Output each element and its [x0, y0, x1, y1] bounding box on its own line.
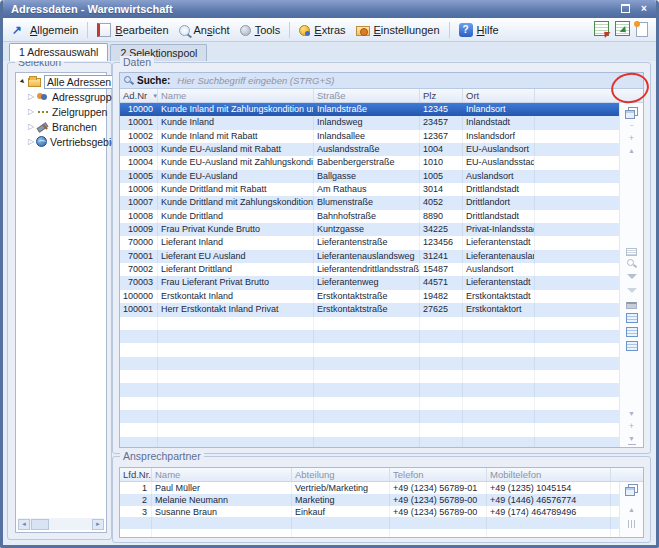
cell — [158, 423, 314, 436]
view-list-icon[interactable] — [626, 327, 638, 337]
table-row[interactable]: 10001Kunde InlandInlandsweg23457Inlandst… — [120, 116, 619, 129]
expander-closed-icon[interactable]: ▷ — [26, 122, 36, 131]
cell: Lieferantenauslandsort — [463, 250, 535, 263]
table-row[interactable]: 70002Lieferant DrittlandLieferantendritt… — [120, 263, 619, 276]
table-row[interactable]: 70000Lieferant InlandLieferantenstraße12… — [120, 236, 619, 249]
column-header-mobiltelefon[interactable]: Mobiltelefon — [487, 468, 611, 481]
restore-icon[interactable] — [617, 2, 633, 15]
tree-item-adressgruppen[interactable]: ▷Adressgruppen — [16, 90, 106, 103]
search-icon[interactable] — [626, 258, 637, 269]
filter-remove-icon[interactable] — [627, 288, 637, 298]
import-table-icon[interactable] — [615, 21, 630, 36]
table-row-empty[interactable] — [120, 423, 619, 436]
column-header-ort[interactable]: Ort — [463, 89, 535, 102]
column-chooser-icon[interactable] — [625, 107, 638, 119]
scroll-left-icon[interactable]: ◄ — [18, 519, 30, 530]
menu-item-tools[interactable]: Tools — [235, 20, 286, 40]
general-icon — [12, 23, 26, 37]
menu-item-label: Hilfe — [477, 24, 499, 36]
view-list-icon[interactable] — [626, 341, 638, 351]
expander-closed-icon[interactable]: ▷ — [26, 107, 36, 116]
column-header-abteilung[interactable]: Abteilung — [292, 468, 390, 481]
table-row[interactable]: 10009Frau Privat Kunde BruttoKuntzgasse3… — [120, 223, 619, 236]
table-row-empty[interactable] — [120, 517, 619, 529]
cell: 12345 — [420, 103, 463, 116]
column-header-ad-nr[interactable]: Ad.Nr▼ — [120, 89, 158, 102]
table-row-empty[interactable] — [120, 330, 619, 343]
menu-item-hilfe[interactable]: Hilfe — [454, 20, 504, 40]
table-row-empty[interactable] — [120, 343, 619, 356]
column-header-plz[interactable]: Plz — [420, 89, 463, 102]
tab-1-adressauswahl[interactable]: 1 Adressauswahl — [9, 43, 108, 61]
expander-closed-icon[interactable]: ▷ — [26, 137, 36, 146]
print-icon[interactable] — [626, 302, 637, 309]
menu-item-allgemein[interactable]: Allgemein — [7, 20, 83, 40]
scroll-right-icon[interactable]: ► — [92, 519, 104, 530]
table-row[interactable]: 70003Frau Lieferant Privat BruttoLiefera… — [120, 276, 619, 289]
contacts-grid-toolbar — [619, 482, 643, 537]
menu-item-label: Tools — [255, 24, 281, 36]
column-header-name[interactable]: Name — [152, 468, 292, 481]
table-row[interactable]: 10007Kunde Drittland mit Zahlungskonditi… — [120, 196, 619, 209]
cell: Ballgasse — [314, 170, 420, 183]
scrollbar-thumb[interactable] — [31, 519, 49, 530]
column-header-name[interactable]: Name — [158, 89, 314, 102]
cell: 1010 — [420, 156, 463, 169]
menu-item-bearbeiten[interactable]: Bearbeiten — [92, 20, 173, 40]
menu-item-extras[interactable]: Extras — [294, 20, 350, 40]
column-header-stra-e[interactable]: Straße — [314, 89, 420, 102]
scroll-down-icon[interactable] — [625, 409, 639, 419]
cell — [420, 410, 463, 423]
cell: Inlandsort — [463, 103, 535, 116]
table-row-empty[interactable] — [120, 397, 619, 410]
close-icon[interactable]: × — [636, 2, 652, 15]
table-row-empty[interactable] — [120, 437, 619, 447]
tree-item-vertriebsgebiete[interactable]: ▷Vertriebsgebiete — [16, 135, 106, 148]
search-input[interactable] — [175, 74, 643, 87]
table-row-empty[interactable] — [120, 529, 619, 537]
table-row[interactable]: 100000Erstkontakt InlandErstkontaktstraß… — [120, 290, 619, 303]
expand-icon[interactable] — [625, 421, 639, 432]
table-row-empty[interactable] — [120, 357, 619, 370]
table-row[interactable]: 10003Kunde EU-Ausland mit RabattAuslands… — [120, 143, 619, 156]
table-row[interactable]: 2Melanie NeumannMarketing+49 (1234) 5678… — [120, 494, 619, 506]
scroll-down-icon[interactable] — [625, 535, 639, 537]
menu-item-einstellungen[interactable]: Einstellungen — [351, 20, 445, 40]
table-row-empty[interactable] — [120, 383, 619, 396]
filter-icon[interactable] — [627, 274, 637, 284]
table-row[interactable]: 100001Herr Erstkontakt Inland PrivatErst… — [120, 303, 619, 316]
tree-horizontal-scrollbar[interactable]: ◄ ► — [18, 518, 104, 530]
new-document-icon[interactable] — [636, 22, 648, 37]
tree-item-alle-adressen[interactable]: ▸Alle Adressen — [16, 75, 106, 88]
table-row[interactable]: 1Paul MüllerVertrieb/Marketing+49 (1234)… — [120, 482, 619, 494]
scroll-end-icon[interactable] — [628, 434, 636, 445]
tree-item-branchen[interactable]: ▷Branchen — [16, 120, 106, 133]
table-row[interactable]: 3Susanne BraunEinkauf+49 (1234) 56789-00… — [120, 506, 619, 518]
menu-item-ansicht[interactable]: Ansicht — [174, 20, 235, 40]
table-row[interactable]: 10000Kunde Inland mit Zahlungskondition … — [120, 103, 619, 116]
export-table-icon[interactable] — [594, 21, 609, 36]
tree-item-zielgruppen[interactable]: ▷Zielgruppen — [16, 105, 106, 118]
table-row-empty[interactable] — [120, 317, 619, 330]
cell — [120, 517, 152, 529]
table-row[interactable]: 10008Kunde DrittlandBahnhofstraße8890Dri… — [120, 210, 619, 223]
tree-item-label: Zielgruppen — [52, 106, 107, 118]
table-row-empty[interactable] — [120, 410, 619, 423]
table-row[interactable]: 10006Kunde Drittland mit RabattAm Rathau… — [120, 183, 619, 196]
scroll-up-icon[interactable] — [625, 505, 639, 515]
column-chooser-icon[interactable] — [625, 484, 638, 496]
sort-up-icon[interactable] — [625, 146, 639, 156]
table-row[interactable]: 10004Kunde EU-Ausland mit Zahlungskondit… — [120, 156, 619, 169]
table-row[interactable]: 10002Kunde Inland mit RabattInlandsallee… — [120, 130, 619, 143]
expander-closed-icon[interactable]: ▷ — [26, 92, 36, 101]
details-icon[interactable] — [626, 248, 637, 256]
remove-icon[interactable] — [625, 121, 639, 131]
add-icon[interactable] — [625, 133, 639, 144]
table-row-empty[interactable] — [120, 370, 619, 383]
table-row[interactable]: 10005Kunde EU-AuslandBallgasse1005Auslan… — [120, 170, 619, 183]
column-header-lfd-nr-[interactable]: Lfd.Nr. — [120, 468, 152, 481]
splitter-grip-icon[interactable] — [628, 520, 636, 528]
column-header-telefon[interactable]: Telefon — [390, 468, 487, 481]
view-list-icon[interactable] — [626, 313, 638, 323]
table-row[interactable]: 70001Lieferant EU AuslandLieferantenausl… — [120, 250, 619, 263]
